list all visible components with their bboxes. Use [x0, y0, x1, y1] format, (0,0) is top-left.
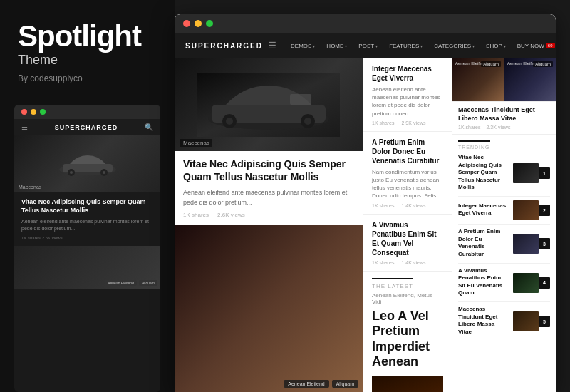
hero-excerpt: Aenean eleifend ante maecenas pulvinar m…: [183, 188, 354, 207]
story2-shares: 1K shares: [372, 203, 395, 208]
speedometer-svg: [372, 376, 443, 392]
top-stories: Integer Maecenas Eget Viverra Aenean ele…: [363, 58, 452, 272]
hero-shares: 1K shares: [183, 212, 209, 218]
svg-point-11: [226, 118, 233, 125]
latest-label: THE LATEST: [372, 278, 413, 289]
nav-item-post[interactable]: POST▾: [353, 33, 383, 58]
mini-dot-red: [21, 109, 27, 115]
nav-items: DEMOS▾ HOME▾ POST▾ FEATURES▾ CATEGORIES▾…: [285, 33, 556, 58]
trending-5-text: Maecenas Tincidunt Eget Libero Massa Vit…: [458, 306, 509, 337]
maecenas-views: 2.3K views: [487, 125, 511, 130]
features-arrow-icon: ▾: [420, 43, 423, 48]
spotlight-title: Spotlight: [18, 21, 157, 51]
top-story-1-title: Integer Maecenas Eget Viverra: [372, 64, 443, 83]
nav-hamburger-icon[interactable]: ☰: [269, 41, 276, 51]
trending-item-4: A Vivamus Penatibus Enim Sit Eu Venenati…: [458, 267, 550, 303]
hero-bottom-image: Aenean Eleifend Aliquam: [175, 225, 363, 392]
browser-chrome: [175, 14, 556, 33]
site-content: Maecenas Vitae Nec Adipiscing Quis Sempe…: [175, 58, 556, 392]
mini-hero-tag: Maecenas: [19, 185, 41, 190]
top-story-1: Integer Maecenas Eget Viverra Aenean ele…: [363, 58, 452, 132]
trending-3-text: A Pretium Enim Dolor Eu Venenatis Curabi…: [458, 228, 509, 259]
right-image-1: Aenean Eleifend Aliquam: [452, 58, 504, 101]
trending-3-title: A Pretium Enim Dolor Eu Venenatis Curabi…: [458, 228, 509, 258]
trending-2-thumb: [513, 200, 539, 220]
mini-tag-1: Aenean Eleifend: [105, 280, 137, 286]
site-nav: SUPERCHARGED ☰ DEMOS▾ HOME▾ POST▾ FEATUR…: [175, 33, 556, 58]
trending-4-title: A Vivamus Penatibus Enim Sit Eu Venenati…: [458, 267, 509, 297]
svg-rect-13: [290, 94, 311, 105]
spotlight-subtitle: Theme: [18, 53, 157, 68]
top-story-2-title: A Pretium Enim Dolor Donec Eu Venenatis …: [372, 138, 443, 165]
content-left: Maecenas Vitae Nec Adipiscing Quis Sempe…: [175, 58, 363, 392]
mini-logo: SUPERCHARGED: [55, 124, 118, 131]
right-img-2-tag: Aliquam: [533, 61, 553, 67]
right-img-1-tag: Aliquam: [481, 61, 501, 67]
shop-arrow-icon: ▾: [504, 43, 506, 48]
story1-shares: 1K shares: [372, 120, 395, 125]
mini-footer-tags: Aenean Eleifend Aliquam: [105, 280, 157, 286]
browser-dot-yellow[interactable]: [195, 20, 202, 27]
nav-item-home[interactable]: HOME▾: [321, 33, 353, 58]
right-top-images: Aenean Eleifend Aliquam Aenean Eleifend …: [452, 58, 556, 102]
trending-2-num-wrap: 2: [513, 200, 550, 220]
trending-1-num: 1: [539, 167, 550, 179]
latest-title: Leo A Vel Pretium Imperdiet Aenean: [372, 309, 443, 370]
svg-point-12: [304, 118, 311, 125]
story3-views: 1.4K views: [402, 260, 426, 265]
trending-5-num: 5: [539, 316, 550, 327]
svg-point-5: [103, 171, 105, 174]
hero-bottom-tags: Aenean Eleifend Aliquam: [284, 380, 358, 388]
trending-2-num: 2: [539, 205, 550, 216]
left-panel: Spotlight Theme By codesupplyco ☰ SUPERC…: [0, 0, 175, 392]
post-arrow-icon: ▾: [375, 43, 378, 48]
mini-search-icon: 🔍: [145, 123, 153, 131]
maecenas-sidebar-item: Maecenas Tincidunt Eget Libero Massa Vit…: [452, 102, 556, 135]
nav-item-categories[interactable]: CATEGORIES▾: [428, 33, 480, 58]
trending-label: TRENDING: [458, 140, 490, 150]
browser-dot-green[interactable]: [206, 20, 213, 27]
trending-1-num-wrap: 1: [513, 163, 550, 183]
trending-item-5: Maecenas Tincidunt Eget Libero Massa Vit…: [458, 306, 550, 341]
browser-dot-red[interactable]: [183, 20, 190, 27]
hero-text: Vitae Nec Adipiscing Quis Semper Quam Te…: [175, 151, 363, 225]
top-story-1-meta: 1K shares 2.9K views: [372, 120, 443, 125]
latest-image: [372, 376, 443, 392]
trending-1-thumb: [513, 163, 539, 183]
trending-3-thumb: [513, 234, 539, 254]
trending-5-thumb: [513, 311, 539, 331]
mini-article-excerpt: Aenean eleifend ante maecenas pulvinar m…: [21, 218, 153, 232]
trending-3-num-wrap: 3: [513, 234, 550, 254]
left-top: Spotlight Theme By codesupplyco: [0, 0, 175, 98]
mini-article-title: Vitae Nec Adipiscing Quis Semper Quam Te…: [21, 198, 153, 215]
trending-2-text: Integer Maecenas Eget Viverra: [458, 202, 509, 219]
mini-footer-image: Aenean Eleifend Aliquam: [14, 246, 160, 289]
svg-rect-14: [372, 376, 443, 392]
mini-browser-bar: [14, 105, 160, 119]
nav-item-buynow[interactable]: BUY NOW 69: [512, 33, 556, 58]
trending-3-num: 3: [539, 238, 550, 249]
top-story-3-text: A Vivamus Penatibus Enim Sit Et Quam Vel…: [372, 220, 443, 265]
hero-tag-1: Aenean Eleifend: [284, 380, 328, 388]
nav-item-demos[interactable]: DEMOS▾: [285, 33, 321, 58]
mini-hamburger-icon: ☰: [21, 123, 28, 131]
main-browser: SUPERCHARGED ☰ DEMOS▾ HOME▾ POST▾ FEATUR…: [175, 14, 556, 392]
mini-browser-preview: ☰ SUPERCHARGED 🔍 Maecenas Vitae Nec Adip…: [14, 105, 160, 392]
top-story-2: A Pretium Enim Dolor Donec Eu Venenatis …: [363, 132, 452, 215]
trending-item-1: Vitae Nec Adipiscing Quis Semper Quam Te…: [458, 154, 550, 197]
mini-car-svg: [56, 150, 120, 178]
top-story-3-meta: 1K shares 1.4K views: [372, 260, 443, 265]
top-story-1-text: Integer Maecenas Eget Viverra Aenean ele…: [372, 64, 443, 125]
categories-arrow-icon: ▾: [472, 43, 475, 48]
nav-item-features[interactable]: FEATURES▾: [383, 33, 428, 58]
nav-item-shop[interactable]: SHOP▾: [480, 33, 512, 58]
hero-image: Maecenas: [175, 58, 363, 151]
buynow-badge: 69: [546, 43, 555, 48]
story2-views: 1.4K views: [402, 203, 426, 208]
trending-1-title: Vitae Nec Adipiscing Quis Semper Quam Te…: [458, 154, 509, 191]
hero-tag: Maecenas: [180, 139, 212, 147]
top-story-2-meta: 1K shares 1.4K views: [372, 203, 443, 208]
trending-1-text: Vitae Nec Adipiscing Quis Semper Quam Te…: [458, 154, 509, 192]
spotlight-by: By codesupplyco: [18, 73, 157, 83]
latest-byline: Aenean Eleifend, Metus Vidi: [372, 292, 443, 305]
